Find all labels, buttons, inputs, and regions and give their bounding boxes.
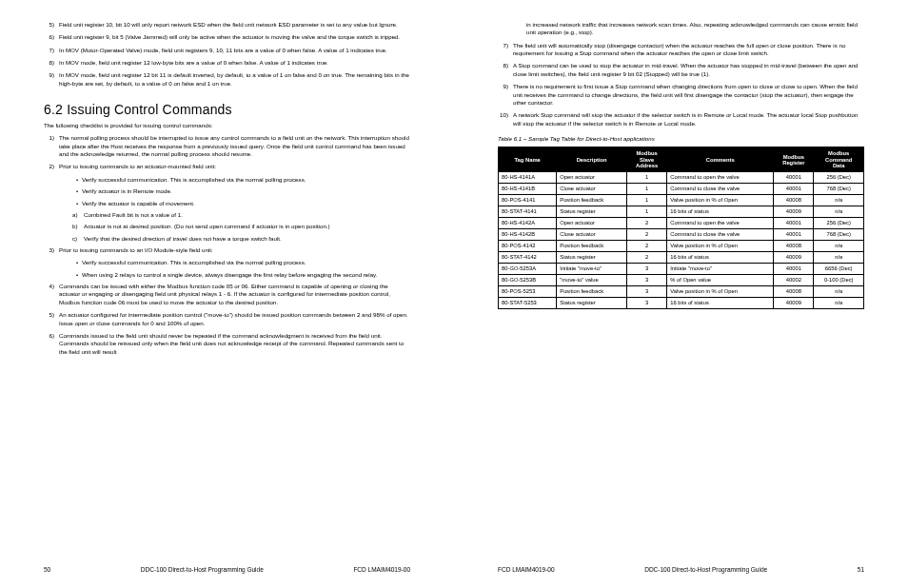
continuation-text: in increased network traffic that increa… — [526, 21, 864, 37]
table-cell: Valve position in % of Open — [667, 286, 774, 298]
table-row: 80-POS-4141Position feedback1Valve posit… — [499, 195, 864, 206]
table-cell: 80-HS-4141A — [499, 172, 557, 184]
table-cell: n/a — [814, 252, 864, 264]
footer-left: 50 DDC-100 Direct-to-Host Programming Gu… — [44, 566, 410, 575]
page-number: 50 — [44, 566, 50, 575]
table-cell: 2 — [627, 229, 667, 241]
table-cell: 40008 — [774, 241, 814, 252]
table-row: 80-HS-4142AOpen actuator2Command to open… — [499, 218, 864, 229]
table-cell: % of Open value — [667, 275, 774, 286]
list-item: 8)A Stop command can be used to stop the… — [498, 62, 864, 78]
table-cell: 6656 (Dec) — [814, 264, 864, 275]
table-row: 80-POS-4142Position feedback2Valve posit… — [499, 241, 864, 252]
table-cell: Status register — [557, 206, 627, 218]
table-cell: 1 — [627, 195, 667, 206]
list-item: 1)The normal polling process should be i… — [44, 134, 410, 158]
table-row: 80-HS-4142BClose actuator2Command to clo… — [499, 229, 864, 241]
table-cell: Initiate "move-to" — [667, 264, 774, 275]
table-row: 80-HS-4141AOpen actuator1Command to open… — [499, 172, 864, 184]
list-item: 10)A network Stop command will stop the … — [498, 111, 864, 127]
table-cell: 40001 — [774, 184, 814, 195]
page-left: 5)Field unit register 10, bit 10 will on… — [0, 0, 454, 588]
table-cell: 40009 — [774, 298, 814, 309]
table-cell: 80-POS-5253 — [499, 286, 557, 298]
table-cell: 40001 — [774, 264, 814, 275]
table-header: ModbusCommandData — [814, 147, 864, 172]
table-cell: 80-STAT-5253 — [499, 298, 557, 309]
table-row: 80-HS-4141BClose actuator1Command to clo… — [499, 184, 864, 195]
table-row: 80-POS-5253Position feedback3Valve posit… — [499, 286, 864, 298]
table-cell: 80-STAT-4141 — [499, 206, 557, 218]
table-cell: 80-POS-4141 — [499, 195, 557, 206]
table-cell: 2 — [627, 241, 667, 252]
table-cell: 768 (Dec) — [814, 229, 864, 241]
table-cell: Valve position in % of Open — [667, 195, 774, 206]
table-cell: 1 — [627, 172, 667, 184]
table-cell: "move-to" value — [557, 275, 627, 286]
table-row: 80-STAT-4141Status register116 bits of s… — [499, 206, 864, 218]
bullet-item: •Verify the actuator is capable of movem… — [72, 200, 410, 207]
table-cell: Command to close the valve — [667, 229, 774, 241]
table-cell: 16 bits of status — [667, 206, 774, 218]
table-cell: 256 (Dec) — [814, 172, 864, 184]
letter-item: b)Actuator is not at desired position. (… — [72, 223, 410, 230]
page-number: 51 — [858, 566, 864, 575]
table-cell: Close actuator — [557, 229, 627, 241]
table-cell: Position feedback — [557, 286, 627, 298]
table-row: 80-GO-5253B"move-to" value3% of Open val… — [499, 275, 864, 286]
table-cell: Position feedback — [557, 241, 627, 252]
table-cell: 2 — [627, 218, 667, 229]
table-cell: 1 — [627, 206, 667, 218]
table-cell: n/a — [814, 286, 864, 298]
doc-title: DDC-100 Direct-to-Host Programming Guide — [644, 566, 767, 575]
table-cell: 3 — [627, 286, 667, 298]
table-cell: n/a — [814, 241, 864, 252]
table-cell: 0-100 (Dec) — [814, 275, 864, 286]
doc-title: DDC-100 Direct-to-Host Programming Guide — [141, 566, 264, 575]
table-cell: Command to open the valve — [667, 172, 774, 184]
section-heading: 6.2 Issuing Control Commands — [44, 101, 410, 119]
list-item: 7)In MOV (Motor-Operated Valve) mode, fi… — [44, 47, 410, 54]
table-cell: 40001 — [774, 172, 814, 184]
table-cell: 40009 — [774, 206, 814, 218]
table-cell: n/a — [814, 298, 864, 309]
table-cell: 40008 — [774, 286, 814, 298]
table-cell: 3 — [627, 275, 667, 286]
bullet-item: •Verify successful communication. This i… — [72, 176, 410, 184]
intro-text: The following checklist is provided for … — [44, 122, 410, 129]
list-item: 3)Prior to issuing commands to an I/O Mo… — [44, 246, 410, 254]
table-cell: n/a — [814, 206, 864, 218]
table-cell: Command to close the valve — [667, 184, 774, 195]
table-header: Description — [557, 147, 627, 172]
table-cell: 80-GO-5253A — [499, 264, 557, 275]
bullet-item: •When using 2 relays to control a single… — [72, 271, 410, 279]
doc-code: FCD LMAIM4019-00 — [498, 566, 555, 575]
table-cell: 80-GO-5253B — [499, 275, 557, 286]
page-right: in increased network traffic that increa… — [454, 0, 908, 588]
table-cell: Open actuator — [557, 218, 627, 229]
bullet-item: •Verify successful communication. This i… — [72, 259, 410, 266]
table-cell: 16 bits of status — [667, 298, 774, 309]
table-cell: 40008 — [774, 195, 814, 206]
table-cell: 40002 — [774, 275, 814, 286]
table-cell: n/a — [814, 195, 864, 206]
list-item: 5)Field unit register 10, bit 10 will on… — [44, 21, 410, 29]
doc-code: FCD LMAIM4019-00 — [353, 566, 410, 575]
table-header: ModbusSlaveAddress — [627, 147, 667, 172]
table-cell: 768 (Dec) — [814, 184, 864, 195]
table-header: Tag Name — [499, 147, 557, 172]
table-cell: 80-HS-4141B — [499, 184, 557, 195]
table-cell: 80-HS-4142A — [499, 218, 557, 229]
list-item: 8)In MOV mode, field unit register 12 lo… — [44, 59, 410, 67]
table-cell: 16 bits of status — [667, 252, 774, 264]
table-cell: Valve position in % of Open — [667, 241, 774, 252]
table-header: Comments — [667, 147, 774, 172]
list-item: 5)An actuator configured for intermediat… — [44, 311, 410, 327]
page-right-content: in increased network traffic that increa… — [498, 21, 864, 557]
table-cell: Initiate "move-to" — [557, 264, 627, 275]
footer-right: FCD LMAIM4019-00 DDC-100 Direct-to-Host … — [498, 566, 864, 575]
list-item: 6)Commands issued to the field unit shou… — [44, 332, 410, 356]
list-item: 9)In MOV mode, field unit register 12 bi… — [44, 71, 410, 88]
table-cell: 40001 — [774, 229, 814, 241]
table-cell: 80-POS-4142 — [499, 241, 557, 252]
